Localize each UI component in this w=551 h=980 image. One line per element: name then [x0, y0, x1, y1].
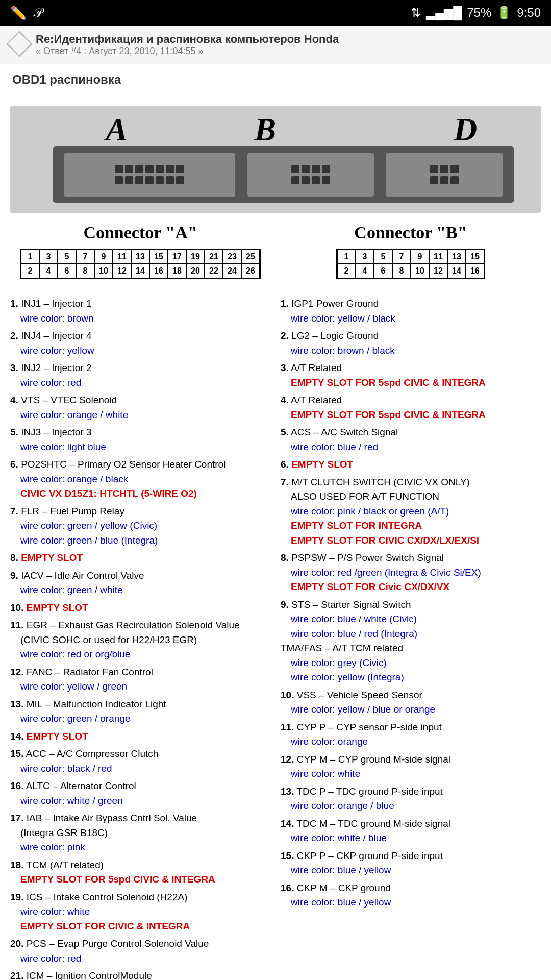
- pin-cell: 15: [466, 250, 484, 264]
- pin-cell: 13: [447, 250, 466, 264]
- list-item: 21. ICM – Ignition ControlModulewire col…: [10, 969, 270, 980]
- list-item: 16. CKP M – CKP groundwire color: blue /…: [281, 881, 541, 910]
- pin-cell: 7: [392, 250, 411, 264]
- pin-cell: 20: [186, 264, 205, 278]
- connector-b-grid-wrapper: 13579111315 246810121416: [281, 249, 541, 288]
- pin-cell: 10: [94, 264, 113, 278]
- list-item: 10. VSS – Vehicle Speed Sensorwire color…: [281, 688, 541, 717]
- pin-cell: 9: [411, 250, 429, 264]
- signal-icon: ▂▄▆█: [426, 6, 462, 20]
- connector-a-col: Connector "A" 135791113151719212325 2468…: [10, 223, 270, 980]
- pin-cell: 24: [223, 264, 241, 278]
- list-item: 11. EGR – Exhaust Gas Recirculation Sole…: [10, 618, 270, 662]
- pin-cell: 8: [392, 264, 411, 278]
- pin-cell: 11: [113, 250, 131, 264]
- list-item: 12. CYP M – CYP ground M-side signalwire…: [281, 752, 541, 781]
- list-item: 10. EMPTY SLOT: [10, 601, 270, 616]
- label-a: A: [106, 111, 128, 149]
- connector-a-row2: 2468101214161820222426: [21, 264, 260, 278]
- pin-cell: 5: [58, 250, 76, 264]
- pin-cell: 11: [429, 250, 447, 264]
- list-item: 8. PSPSW – P/S Power Switch Signalwire c…: [281, 551, 541, 595]
- list-item: 5. INJ3 – Injector 3wire color: light bl…: [10, 425, 270, 454]
- pin-cell: 13: [131, 250, 149, 264]
- battery-icon: 🔋: [496, 6, 512, 20]
- pin-cell: 16: [466, 264, 484, 278]
- list-item: 8. EMPTY SLOT: [10, 551, 270, 566]
- pin-cell: 2: [21, 264, 39, 278]
- list-item: 9. IACV – Idle Air Control Valvewire col…: [10, 569, 270, 598]
- pin-cell: 1: [21, 250, 39, 264]
- page-title: OBD1 распиновка: [12, 72, 121, 86]
- label-d: D: [454, 111, 477, 149]
- two-col-layout: Connector "A" 135791113151719212325 2468…: [10, 223, 541, 980]
- list-item: 17. IAB – Intake Air Bypass Cntrl Sol. V…: [10, 811, 270, 855]
- connector-b-col: Connector "B" 13579111315 246810121416 1…: [281, 223, 541, 980]
- list-item: 7. M/T CLUTCH SWITCH (CIVIC VX ONLY)ALSO…: [281, 475, 541, 548]
- label-b: B: [254, 111, 276, 149]
- connector-b-row1: 13579111315: [337, 250, 484, 264]
- forum-subtitle: « Ответ #4 : Август 23, 2010, 11:04:55 »: [36, 46, 339, 57]
- pin-cell: 14: [131, 264, 149, 278]
- list-item: 6. EMPTY SLOT: [281, 457, 541, 472]
- list-item: 5. ACS – A/C Switch Signalwire color: bl…: [281, 425, 541, 454]
- pin-cell: 18: [168, 264, 186, 278]
- pinterest-icon: 𝒫: [33, 5, 42, 21]
- pin-cell: 8: [76, 264, 94, 278]
- status-bar: ✏️ 𝒫 ⇅ ▂▄▆█ 75% 🔋 9:50: [0, 0, 551, 26]
- list-item: 11. CYP P – CYP sensor P-side inputwire …: [281, 720, 541, 749]
- pin-cell: 16: [149, 264, 168, 278]
- pin-cell: 22: [205, 264, 223, 278]
- list-item: 3. INJ2 – Injector 2wire color: red: [10, 361, 270, 390]
- pin-cell: 6: [374, 264, 392, 278]
- pin-cell: 3: [39, 250, 58, 264]
- status-left: ✏️ 𝒫: [10, 5, 42, 21]
- forum-icon: [7, 31, 33, 57]
- forum-header: Re:Идентификация и распиновка компьютеро…: [0, 26, 551, 64]
- pin-cell: 1: [337, 250, 356, 264]
- list-item: 2. INJ4 – Injector 4wire color: yellow: [10, 329, 270, 358]
- pin-cell: 3: [356, 250, 374, 264]
- pin-cell: 17: [168, 250, 186, 264]
- page-title-bar: OBD1 распиновка: [0, 64, 551, 95]
- pin-cell: 6: [58, 264, 76, 278]
- list-item: 1. IGP1 Power Groundwire color: yellow /…: [281, 297, 541, 326]
- connector-a-grid-wrapper: 135791113151719212325 246810121416182022…: [10, 249, 270, 288]
- connector-b-body: [247, 153, 374, 197]
- connector-body: [53, 146, 514, 203]
- content: A B D: [0, 95, 551, 980]
- connector-b-grid: 13579111315 246810121416: [336, 249, 485, 279]
- clock: 9:50: [517, 6, 541, 20]
- battery-percent: 75%: [467, 6, 491, 20]
- list-item: 16. ALTC – Alternator Controlwire color:…: [10, 779, 270, 808]
- list-item: 9. STS – Starter Signal Switchwire color…: [281, 598, 541, 685]
- connector-d-body: [386, 153, 503, 197]
- connector-a-row1: 135791113151719212325: [21, 250, 260, 264]
- list-item: 4. A/T RelatedEMPTY SLOT FOR 5spd CIVIC …: [281, 393, 541, 422]
- list-item: 12. FANC – Radiator Fan Controlwire colo…: [10, 665, 270, 694]
- list-item: 13. MIL – Malfunction Indicator Lightwir…: [10, 697, 270, 726]
- connector-b-list: 1. IGP1 Power Groundwire color: yellow /…: [281, 297, 541, 910]
- list-item: 19. ICS – Intake Control Solenoid (H22A)…: [10, 890, 270, 934]
- list-item: 15. CKP P – CKP ground P-side inputwire …: [281, 849, 541, 878]
- pin-cell: 23: [223, 250, 241, 264]
- pin-cell: 4: [39, 264, 58, 278]
- forum-title: Re:Идентификация и распиновка компьютеро…: [36, 33, 339, 46]
- list-item: 15. ACC – A/C Compressor Clutchwire colo…: [10, 747, 270, 776]
- pin-cell: 19: [186, 250, 205, 264]
- list-item: 7. FLR – Fuel Pump Relaywire color: gree…: [10, 504, 270, 548]
- pin-cell: 12: [113, 264, 131, 278]
- list-item: 14. TDC M – TDC ground M-side signalwire…: [281, 817, 541, 846]
- list-item: 4. VTS – VTEC Solenoidwire color: orange…: [10, 393, 270, 422]
- pin-cell: 7: [76, 250, 94, 264]
- pin-cell: 15: [149, 250, 168, 264]
- list-item: 1. INJ1 – Injector 1wire color: brown: [10, 297, 270, 326]
- list-item: 2. LG2 – Logic Groundwire color: brown /…: [281, 329, 541, 358]
- pin-cell: 21: [205, 250, 223, 264]
- pin-cell: 26: [241, 264, 260, 278]
- connector-image: A B D: [10, 106, 541, 213]
- list-item: 14. EMPTY SLOT: [10, 729, 270, 744]
- pin-cell: 14: [447, 264, 466, 278]
- status-right: ⇅ ▂▄▆█ 75% 🔋 9:50: [411, 6, 541, 20]
- pin-cell: 5: [374, 250, 392, 264]
